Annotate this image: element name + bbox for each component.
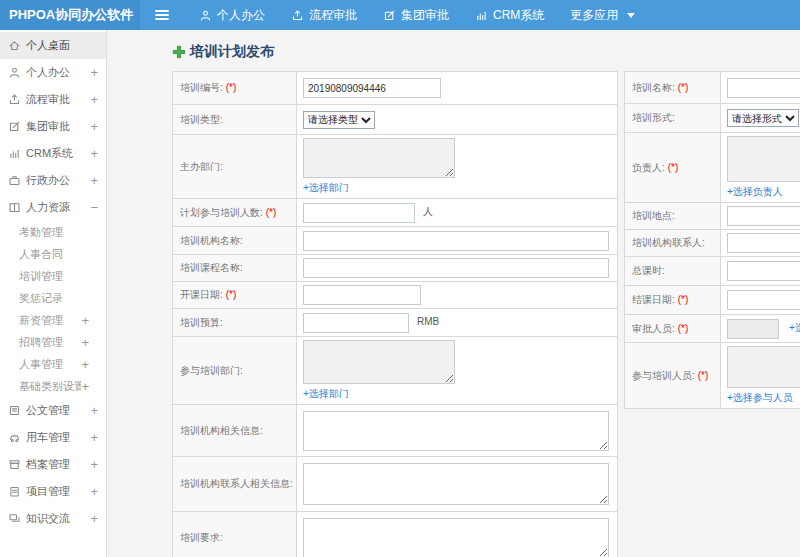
- expand-plus-icon[interactable]: +: [90, 512, 98, 525]
- approver-input[interactable]: [727, 319, 779, 339]
- sidebar-item-attendance-mgmt[interactable]: 考勤管理: [0, 221, 106, 243]
- content-area: 培训计划发布 培训编号:(*)培训类型:请选择类型主办部门:+选择部门计划参与培…: [107, 30, 800, 557]
- nav-label: CRM系统: [493, 7, 544, 24]
- sidebar-item-base-category[interactable]: 基础类别设置+: [0, 375, 106, 397]
- sidebar-item-label: 项目管理: [26, 484, 90, 499]
- chart-icon: [8, 147, 21, 160]
- hamburger-menu-icon[interactable]: [154, 8, 170, 22]
- expand-plus-icon[interactable]: +: [90, 485, 98, 498]
- sidebar-item-personal-desktop[interactable]: 个人桌面: [0, 32, 106, 59]
- training-name-input[interactable]: [727, 78, 800, 98]
- location-input[interactable]: [727, 206, 800, 226]
- sidebar-item-training-mgmt[interactable]: 培训管理: [0, 265, 106, 287]
- sidebar-item-archive-mgmt[interactable]: 档案管理+: [0, 451, 106, 478]
- sidebar-item-reward-records[interactable]: 奖惩记录: [0, 287, 106, 309]
- host-dept-picker-link[interactable]: +选择部门: [303, 181, 611, 195]
- training-form-select[interactable]: 请选择形式: [727, 109, 799, 127]
- expand-plus-icon[interactable]: +: [90, 431, 98, 444]
- org-info-textarea[interactable]: [303, 411, 609, 451]
- planned-count-field-cell: 人: [297, 199, 618, 227]
- course-name-input[interactable]: [303, 258, 609, 278]
- training-req-field-cell: [297, 512, 618, 557]
- sidebar-item-knowledge-exchange[interactable]: 知识交流+: [0, 505, 106, 532]
- page-shell: 个人桌面个人办公+流程审批+集团审批+CRM系统+行政办公+人力资源−考勤管理人…: [0, 30, 800, 557]
- training-no-input[interactable]: [303, 78, 441, 98]
- archive-icon: [8, 458, 21, 471]
- end-date-input[interactable]: [727, 290, 800, 310]
- training-req-textarea[interactable]: [303, 518, 609, 557]
- book-icon: [8, 201, 21, 214]
- expand-plus-icon[interactable]: +: [81, 314, 89, 327]
- nav-group-approval[interactable]: 集团审批: [370, 0, 462, 30]
- budget-input[interactable]: [303, 313, 409, 333]
- approver-label-cell: 审批人员:(*): [625, 315, 721, 343]
- form-right-table: 培训名称:(*)培训形式:请选择形式负责人:(*)+选择负责人培训地点:培训机构…: [624, 71, 800, 409]
- nav-more-apps[interactable]: 更多应用: [557, 0, 648, 30]
- sidebar-item-hr-contract[interactable]: 人事合同: [0, 243, 106, 265]
- expand-plus-icon[interactable]: +: [90, 66, 98, 79]
- leader-picker-link[interactable]: +选择负责人: [727, 185, 800, 199]
- participants-textarea[interactable]: [727, 346, 800, 388]
- nav-crm-system[interactable]: CRM系统: [462, 0, 557, 30]
- training-form-label-cell: 培训形式:: [625, 104, 721, 133]
- participating-dept-picker-link[interactable]: +选择部门: [303, 387, 611, 401]
- sidebar-item-admin-office[interactable]: 行政办公+: [0, 167, 106, 194]
- participating-dept-textarea[interactable]: [303, 340, 455, 384]
- approver-picker-link[interactable]: +选择审批人员: [789, 322, 800, 333]
- form-row-end-date: 结课日期:(*): [625, 286, 800, 315]
- field-label: 审批人员:: [632, 323, 675, 334]
- sidebar-item-workflow-approval[interactable]: 流程审批+: [0, 86, 106, 113]
- sidebar-item-recruit-mgmt[interactable]: 招聘管理+: [0, 331, 106, 353]
- start-date-field-cell: [297, 282, 618, 309]
- nav-label: 个人办公: [217, 7, 265, 24]
- sidebar-menu: 个人桌面个人办公+流程审批+集团审批+CRM系统+行政办公+人力资源−考勤管理人…: [0, 30, 107, 557]
- leader-textarea[interactable]: [727, 136, 800, 182]
- app-header: PHPOA协同办公软件 个人办公流程审批集团审批CRM系统更多应用: [0, 0, 800, 30]
- expand-plus-icon[interactable]: +: [90, 147, 98, 160]
- sidebar-item-label: 人事管理: [19, 357, 81, 372]
- org-name-input[interactable]: [303, 231, 609, 251]
- field-label: 参与培训部门:: [180, 365, 243, 376]
- sidebar-item-personnel-mgmt[interactable]: 人事管理+: [0, 353, 106, 375]
- expand-plus-icon[interactable]: +: [90, 93, 98, 106]
- training-no-label-cell: 培训编号:(*): [173, 72, 297, 105]
- org-contact-input[interactable]: [727, 233, 800, 253]
- sidebar-item-label: 培训管理: [19, 269, 100, 284]
- sidebar-item-salary-mgmt[interactable]: 薪资管理+: [0, 309, 106, 331]
- expand-plus-icon[interactable]: +: [81, 336, 89, 349]
- unit-label: RMB: [417, 316, 439, 327]
- nav-workflow-approval[interactable]: 流程审批: [278, 0, 370, 30]
- org-contact-info-textarea[interactable]: [303, 463, 609, 505]
- sidebar-item-project-mgmt[interactable]: 项目管理+: [0, 478, 106, 505]
- expand-plus-icon[interactable]: +: [90, 404, 98, 417]
- course-name-field-cell: [297, 255, 618, 282]
- expand-plus-icon[interactable]: +: [81, 380, 89, 393]
- form-row-budget: 培训预算:RMB: [173, 309, 618, 337]
- expand-plus-icon[interactable]: +: [81, 358, 89, 371]
- sidebar-item-vehicle-mgmt[interactable]: 用车管理+: [0, 424, 106, 451]
- sidebar-item-group-approval[interactable]: 集团审批+: [0, 113, 106, 140]
- host-dept-textarea[interactable]: [303, 138, 455, 178]
- sidebar-item-human-resources[interactable]: 人力资源−: [0, 194, 106, 221]
- sidebar-item-personal-office[interactable]: 个人办公+: [0, 59, 106, 86]
- sidebar-item-label: 人事合同: [19, 247, 100, 262]
- planned-count-input[interactable]: [303, 203, 415, 223]
- expand-plus-icon[interactable]: +: [90, 174, 98, 187]
- field-label: 培训地点:: [632, 210, 675, 221]
- start-date-input[interactable]: [303, 285, 421, 305]
- training-type-select[interactable]: 请选择类型: [303, 111, 375, 129]
- nav-personal-office[interactable]: 个人办公: [186, 0, 278, 30]
- sidebar-item-document-mgmt[interactable]: 公文管理+: [0, 397, 106, 424]
- collapse-minus-icon[interactable]: −: [90, 201, 98, 214]
- expand-plus-icon[interactable]: +: [90, 458, 98, 471]
- total-hours-input[interactable]: [727, 261, 800, 281]
- sidebar-item-crm-system[interactable]: CRM系统+: [0, 140, 106, 167]
- start-date-label-cell: 开课日期:(*): [173, 282, 297, 309]
- participants-picker-link[interactable]: +选择参与人员: [727, 391, 800, 405]
- top-nav: 个人办公流程审批集团审批CRM系统更多应用: [140, 0, 648, 30]
- training-no-field-cell: [297, 72, 618, 105]
- sidebar-item-label: 个人办公: [26, 65, 90, 80]
- top-nav-items: 个人办公流程审批集团审批CRM系统更多应用: [186, 0, 648, 30]
- field-label: 培训编号:: [180, 82, 223, 93]
- expand-plus-icon[interactable]: +: [90, 120, 98, 133]
